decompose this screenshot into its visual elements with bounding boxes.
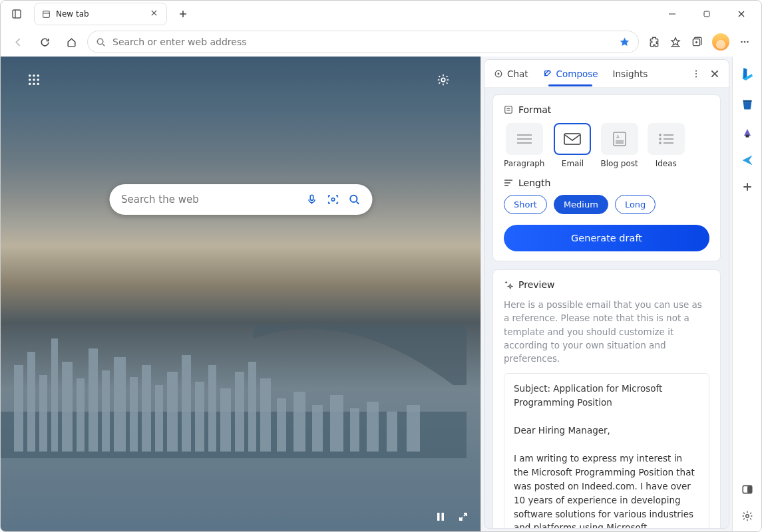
address-bar[interactable] [87,31,639,53]
sparkle-icon [504,280,513,289]
svg-point-84 [660,134,661,136]
svg-rect-0 [13,10,21,18]
shopping-icon[interactable] [741,98,754,111]
svg-text:A: A [616,134,620,140]
svg-rect-73 [505,106,512,114]
svg-rect-24 [39,375,47,452]
svg-rect-2 [43,11,49,17]
svg-rect-97 [747,485,752,493]
svg-rect-60 [310,195,313,200]
svg-point-62 [350,196,357,202]
web-search-box[interactable] [109,184,372,215]
format-paragraph[interactable]: Paragraph [504,123,544,168]
window-maximize-button[interactable] [697,5,716,23]
pause-button[interactable] [435,511,446,522]
svg-rect-32 [142,365,151,452]
tab-compose[interactable]: Compose [543,68,598,79]
tab-insights[interactable]: Insights [613,68,648,79]
sidebar-toggle-icon[interactable] [741,483,753,495]
voice-search-icon[interactable] [305,194,317,205]
svg-rect-31 [130,377,138,452]
bing-logo-icon[interactable] [739,66,756,83]
sidepanel-more-icon[interactable] [691,69,701,78]
svg-point-53 [29,78,31,81]
image-search-icon[interactable] [327,194,339,205]
svg-rect-39 [235,372,244,452]
svg-point-12 [97,39,102,44]
format-ideas[interactable]: Ideas [648,123,685,168]
svg-point-86 [660,138,661,140]
search-icon [96,37,106,47]
sidepanel-tabs: Chat Compose Insights [484,60,729,88]
svg-rect-65 [442,513,445,521]
svg-rect-42 [277,398,286,452]
svg-rect-28 [89,348,98,452]
svg-point-19 [744,41,746,43]
svg-rect-43 [293,392,305,452]
svg-rect-93 [745,135,749,138]
favorites-icon[interactable] [669,36,681,48]
settings-gear-icon[interactable] [741,510,753,522]
svg-rect-27 [77,378,85,452]
svg-point-67 [498,73,499,74]
tab-chat-label: Chat [507,68,528,79]
preview-label: Preview [518,279,555,290]
length-short[interactable]: Short [504,195,547,214]
svg-point-52 [37,74,40,77]
add-sidebar-icon[interactable] [742,182,753,192]
vertical-sidebar [732,57,761,531]
format-blog[interactable]: A Blog post [600,123,638,168]
browser-tab[interactable]: New tab [34,3,167,25]
svg-rect-29 [102,370,110,452]
format-label: Format [518,104,551,115]
length-medium[interactable]: Medium [554,195,608,214]
svg-rect-38 [220,388,231,452]
address-input[interactable] [112,37,612,47]
svg-point-57 [33,83,35,86]
format-email[interactable]: Email [554,123,591,168]
extensions-icon[interactable] [648,36,660,48]
svg-point-54 [33,78,35,81]
svg-point-51 [33,74,35,77]
length-long[interactable]: Long [615,195,656,214]
search-submit-icon[interactable] [348,194,360,205]
games-icon[interactable] [741,126,754,139]
back-button[interactable] [7,31,29,53]
compose-icon [543,69,552,78]
format-card: Format Paragraph Email A Blog post [492,94,721,261]
preview-body-text[interactable]: Subject: Application for Microsoft Progr… [504,373,709,528]
window-minimize-button[interactable] [663,5,681,23]
tab-actions-icon[interactable] [6,3,27,25]
svg-rect-64 [437,513,440,521]
tab-chat[interactable]: Chat [494,68,528,79]
send-icon[interactable] [741,154,754,167]
format-icon [504,105,513,114]
window-close-button[interactable] [732,5,751,23]
svg-point-20 [747,41,749,43]
expand-button[interactable] [458,511,469,522]
sidepanel-close-icon[interactable] [710,69,719,78]
generate-draft-button[interactable]: Generate draft [504,225,709,251]
svg-point-58 [37,83,40,86]
tab-close-icon[interactable] [150,9,160,19]
svg-point-55 [37,78,40,81]
web-search-input[interactable] [121,194,296,205]
more-menu-icon[interactable] [739,36,751,48]
refresh-button[interactable] [34,31,55,53]
svg-point-50 [29,74,31,77]
home-button[interactable] [61,31,82,53]
svg-rect-35 [182,355,191,452]
profile-avatar[interactable] [712,33,729,51]
favorite-star-icon[interactable] [619,37,630,48]
collections-icon[interactable] [691,36,703,48]
apps-grid-icon[interactable] [27,73,41,86]
new-tab-button[interactable] [174,5,192,23]
svg-point-56 [29,83,31,86]
tab-favicon-icon [41,9,51,19]
background-image [1,325,467,458]
svg-rect-48 [387,412,397,452]
svg-rect-23 [27,352,35,452]
svg-rect-30 [114,357,126,452]
svg-point-88 [660,142,661,144]
page-settings-icon[interactable] [437,73,450,86]
